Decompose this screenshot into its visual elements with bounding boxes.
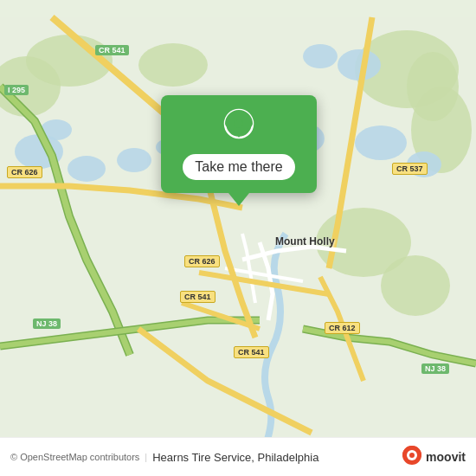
svg-point-14 (355, 125, 407, 160)
road-label-cr541-top: CR 541 (95, 45, 129, 55)
road-label-nj38-right: NJ 38 (421, 363, 449, 374)
road-label-cr537: CR 537 (392, 163, 428, 175)
take-me-there-button[interactable]: Take me there (183, 154, 294, 180)
moovit-logo: moovit (402, 445, 466, 469)
svg-point-12 (117, 148, 151, 172)
svg-point-5 (138, 43, 208, 87)
svg-point-21 (235, 119, 243, 128)
road-label-cr541-bottom: CR 541 (234, 346, 269, 358)
map-container: CR 541 I 295 CR 626 CR 626 NJ 38 CR 541 … (0, 0, 476, 476)
place-label-mount-holly: Mount Holly (275, 235, 335, 248)
moovit-icon (402, 445, 422, 469)
svg-point-17 (303, 44, 338, 68)
road-label-i295: I 295 (4, 85, 29, 95)
svg-point-24 (409, 453, 415, 458)
svg-point-7 (381, 255, 450, 316)
svg-point-10 (68, 156, 106, 182)
location-pin-icon (222, 108, 256, 143)
road-label-cr626-center: CR 626 (184, 255, 220, 267)
road-label-cr626-left: CR 626 (7, 166, 42, 178)
location-popup[interactable]: Take me there (161, 95, 317, 193)
bottom-left-section: © OpenStreetMap contributors | Hearns Ti… (10, 451, 318, 464)
bottom-bar: © OpenStreetMap contributors | Hearns Ti… (0, 437, 476, 476)
svg-point-8 (407, 52, 459, 121)
road-label-nj38-left: NJ 38 (33, 318, 61, 329)
moovit-text: moovit (426, 450, 466, 464)
svg-point-16 (338, 49, 381, 80)
osm-credit: © OpenStreetMap contributors (10, 452, 139, 462)
separator: | (145, 452, 147, 462)
road-label-cr541-mid: CR 541 (180, 291, 215, 303)
road-label-cr612: CR 612 (325, 322, 360, 334)
location-name: Hearns Tire Service, Philadelphia (152, 451, 318, 464)
